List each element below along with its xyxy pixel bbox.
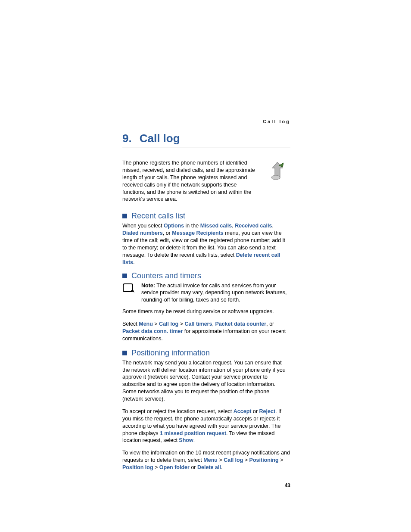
- text: >: [153, 321, 159, 327]
- text: Select: [122, 321, 139, 327]
- section-title: Positioning information: [131, 348, 210, 358]
- term-packet-data-counter: Packet data counter: [215, 321, 266, 327]
- term-menu: Menu: [139, 321, 153, 327]
- document-page: Call log 9. Call log The phone registers…: [122, 119, 290, 488]
- text: , or: [163, 230, 172, 236]
- bullet-square-icon: [122, 214, 127, 218]
- text: >: [218, 457, 224, 463]
- page-number: 43: [122, 482, 290, 488]
- running-head: Call log: [122, 119, 290, 124]
- term-call-log: Call log: [224, 457, 243, 463]
- note-icon: [122, 282, 135, 295]
- svg-point-0: [271, 175, 280, 180]
- text: .: [193, 437, 195, 443]
- bold-ll: ll: [157, 367, 160, 373]
- counters-paragraph-1: Some timers may be reset during service …: [122, 308, 290, 315]
- call-log-icon: [266, 159, 290, 184]
- text: >: [279, 457, 283, 463]
- chapter-number: 9.: [122, 132, 132, 145]
- note-block: Note: The actual invoice for calls and s…: [122, 282, 290, 304]
- text: .: [133, 259, 134, 265]
- term-position-log: Position log: [122, 464, 153, 470]
- text: When you select: [122, 223, 164, 229]
- term-packet-data-conn-timer: Packet data conn. timer: [122, 328, 183, 334]
- term-options: Options: [164, 223, 184, 229]
- positioning-paragraph-1: The network may send you a location requ…: [122, 359, 290, 403]
- term-positioning: Positioning: [249, 457, 279, 463]
- section-heading-counters: Counters and timers: [122, 271, 290, 280]
- term-dialed-numbers: Dialed numbers: [122, 230, 163, 236]
- intro-paragraph: The phone registers the phone numbers of…: [122, 159, 259, 203]
- recent-paragraph: When you select Options in the Missed ca…: [122, 222, 290, 266]
- note-body: The actual invoice for calls and service…: [141, 283, 286, 303]
- text: >: [243, 457, 249, 463]
- text: or: [190, 464, 197, 470]
- counters-paragraph-2: Select Menu > Call log > Call timers, Pa…: [122, 320, 290, 342]
- text: .: [221, 464, 222, 470]
- term-menu: Menu: [203, 457, 218, 463]
- term-received-calls: Received calls: [235, 223, 272, 229]
- intro-block: The phone registers the phone numbers of…: [122, 159, 290, 203]
- text: in the: [184, 223, 200, 229]
- section-heading-positioning: Positioning information: [122, 348, 290, 358]
- note-text: Note: The actual invoice for calls and s…: [141, 282, 290, 304]
- section-title: Counters and timers: [131, 271, 201, 280]
- positioning-paragraph-2: To accept or reject the location request…: [122, 408, 290, 444]
- term-accept: Accept: [234, 408, 252, 414]
- chapter-heading: 9. Call log: [122, 132, 290, 147]
- bullet-square-icon: [122, 351, 127, 355]
- term-1-missed-position-request: 1 missed position request: [160, 430, 226, 436]
- chapter-title: Call log: [140, 132, 180, 145]
- term-open-folder: Open folder: [159, 464, 190, 470]
- term-missed-calls: Missed calls: [200, 223, 232, 229]
- term-call-log: Call log: [159, 321, 178, 327]
- term-delete-all: Delete all: [197, 464, 221, 470]
- term-call-timers: Call timers: [185, 321, 212, 327]
- term-reject: Reject: [259, 408, 276, 414]
- text: >: [153, 464, 159, 470]
- text: To accept or reject the location request…: [122, 408, 234, 414]
- text: or: [251, 408, 259, 414]
- section-heading-recent: Recent calls list: [122, 212, 290, 221]
- text: , or: [266, 321, 274, 327]
- text: ,: [272, 223, 273, 229]
- term-show: Show: [179, 437, 193, 443]
- section-title: Recent calls list: [131, 212, 185, 221]
- bullet-square-icon: [122, 274, 127, 278]
- term-message-recipients: Message Recipients: [172, 230, 224, 236]
- note-label: Note:: [141, 283, 155, 289]
- text: >: [178, 321, 184, 327]
- positioning-paragraph-3: To view the information on the 10 most r…: [122, 449, 290, 471]
